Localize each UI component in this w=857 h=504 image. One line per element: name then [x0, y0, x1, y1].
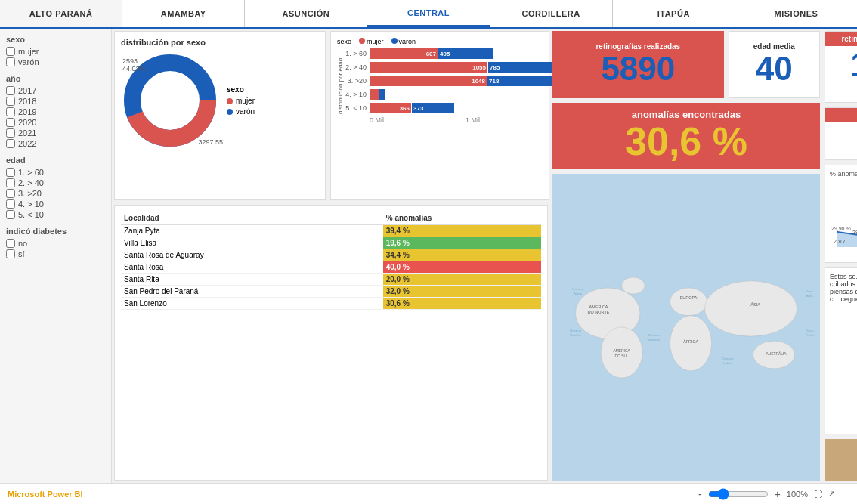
checkbox-2021[interactable]: [6, 128, 15, 138]
bar-row-4: 4. > 10: [344, 89, 576, 100]
checkbox-diabetes-si[interactable]: [6, 249, 15, 258]
svg-text:29,90 %: 29,90 %: [831, 226, 851, 231]
svg-text:Pacífi...: Pacífi...: [806, 333, 816, 337]
checkbox-diabetes-no[interactable]: [6, 239, 15, 248]
bar-mujer-1: 607: [370, 48, 438, 59]
anomalias-box: anomalías encontradas 30,6 %: [552, 103, 820, 169]
bar-rows: 1. > 60 607 495 2. > 40 1055 785: [344, 48, 576, 124]
bar-row-2: 2. > 40 1055 785: [344, 62, 576, 73]
tab-itapua[interactable]: ITAPÚA: [613, 0, 735, 27]
zoom-minus-btn[interactable]: -: [698, 488, 702, 500]
filter-item-2019[interactable]: 2019: [6, 107, 105, 116]
power-bi-link[interactable]: Microsoft Power BI: [8, 490, 83, 499]
zoom-plus-btn[interactable]: +: [775, 488, 781, 500]
filter-item-edad-10[interactable]: 4. > 10: [6, 199, 105, 209]
svg-text:AMÉRICA: AMÉRICA: [589, 305, 608, 310]
more-icon[interactable]: ⋯: [841, 489, 849, 499]
checkbox-edad-20[interactable]: [6, 189, 15, 198]
bar-mujer-2: 1055: [370, 62, 487, 73]
filter-item-edad-20[interactable]: 3. >20: [6, 189, 105, 198]
right-text-content: Estos so... anom... enco... cribados ser…: [830, 273, 857, 303]
mujer-color-dot: [227, 98, 233, 104]
pct-cell: 34,4 %: [383, 249, 541, 261]
localidad-cell: San Pedro del Paraná: [121, 286, 383, 298]
donut-container: 2593 44,02% 3297 55,... sexo: [121, 51, 319, 152]
filter-item-no[interactable]: no: [6, 239, 105, 248]
zoom-slider[interactable]: [708, 488, 769, 500]
checkbox-edad-60[interactable]: [6, 168, 15, 177]
checkbox-edad-40[interactable]: [6, 178, 15, 187]
filter-item-edad-lt10[interactable]: 5. < 10: [6, 210, 105, 219]
checkbox-2018[interactable]: [6, 97, 15, 106]
bar-varon-4: [379, 89, 385, 100]
filter-item-2018[interactable]: 2018: [6, 97, 105, 106]
trend-chart-panel: % anomalías 2017 2018 2019 2020 29,90 % …: [825, 165, 857, 263]
checkbox-2022[interactable]: [6, 139, 15, 148]
retinografias-value: 5890: [557, 51, 719, 87]
filter-group-edad: edad 1. > 60 2. > 40 3. >20 4. > 10 5. <…: [6, 156, 105, 219]
filter-item-2021[interactable]: 2021: [6, 128, 105, 138]
pct-cell: 40,0 %: [383, 261, 541, 274]
legend-bullet-varon: [391, 38, 398, 44]
checkbox-mujer[interactable]: [6, 47, 15, 56]
filter-title-diabetes: indicó diabetes: [6, 227, 105, 236]
filter-item-mujer[interactable]: mujer: [6, 47, 105, 56]
world-map-panel: AMÉRICA DO NORTE AMÉRICA DO SUL EUROPA Á…: [552, 174, 820, 481]
bar-y-label: distribución por edad: [337, 48, 344, 124]
stats-top-row: retinografías realizadas 5890 edad media…: [550, 29, 822, 100]
bar-axis: 0 Mil 1 Mil 2 Mil: [344, 116, 576, 124]
filter-item-2017[interactable]: 2017: [6, 86, 105, 95]
filter-item-2020[interactable]: 2020: [6, 118, 105, 127]
checkbox-2020[interactable]: [6, 118, 15, 127]
svg-point-9: [622, 277, 645, 294]
bar-chart-legend: sexo sexomujer varón: [337, 38, 543, 45]
checkbox-2017[interactable]: [6, 86, 15, 95]
donut-chart-title: distribución por sexo: [121, 38, 319, 47]
image-placeholder: [825, 439, 857, 481]
tab-cordillera[interactable]: CORDILLERA: [490, 0, 613, 27]
filter-item-edad-60[interactable]: 1. > 60: [6, 168, 105, 177]
filter-title-anio: año: [6, 74, 105, 83]
bar-row-5: 5. < 10 366 373: [344, 103, 576, 113]
retinopatia-box: retinopatía diabética 141: [825, 31, 857, 103]
svg-text:Oceano: Oceano: [572, 287, 584, 291]
checkbox-edad-lt10[interactable]: [6, 210, 15, 219]
anomalias-label: anomalías encontradas: [558, 109, 814, 120]
table-row: Santa Rosa de Aguaray 34,4 %: [121, 249, 541, 261]
deg-ma-label: deg. ma...: [825, 108, 857, 122]
table-row: Santa Rosa 40,0 %: [121, 261, 541, 274]
filter-item-edad-40[interactable]: 2. > 40: [6, 178, 105, 187]
localidad-cell: Santa Rosa de Aguaray: [121, 249, 383, 261]
bar-row-1: 1. > 60 607 495: [344, 48, 576, 59]
legend-mujer: mujer: [227, 97, 255, 105]
svg-text:DO NORTE: DO NORTE: [588, 310, 610, 314]
filter-item-2022[interactable]: 2022: [6, 139, 105, 148]
tab-amambay[interactable]: AMAMBAY: [122, 0, 245, 27]
deg-ma-box: deg. ma...: [825, 107, 857, 160]
edad-media-box: edad media 40: [729, 31, 820, 98]
anomalias-value: 30,6 %: [558, 120, 814, 163]
bar-chart-area: distribución por edad 1. > 60 607 495: [337, 48, 543, 124]
checkbox-varon[interactable]: [6, 57, 15, 66]
table-row: San Pedro del Paraná 32,0 %: [121, 286, 541, 298]
filter-group-sexo: sexo mujer varón: [6, 35, 105, 66]
fullscreen-icon[interactable]: ⛶: [814, 490, 822, 499]
trend-y-label: % anomalías: [830, 170, 857, 178]
table-row: Santa Rita 20,0 %: [121, 274, 541, 286]
table-row: Villa Elisa 19,6 %: [121, 237, 541, 249]
filter-item-varon[interactable]: varón: [6, 57, 105, 66]
world-map-svg: AMÉRICA DO NORTE AMÉRICA DO SUL EUROPA Á…: [552, 174, 820, 481]
tab-asuncion[interactable]: ASUNCIÓN: [245, 0, 367, 27]
svg-text:Oceano: Oceano: [722, 357, 734, 360]
checkbox-2019[interactable]: [6, 107, 15, 116]
filter-item-si[interactable]: sí: [6, 249, 105, 258]
tab-alto-parana[interactable]: ALTO PARANÁ: [0, 0, 122, 27]
tab-central[interactable]: CENTRAL: [367, 0, 490, 27]
checkbox-edad-10[interactable]: [6, 199, 15, 209]
share-icon[interactable]: ↗: [828, 489, 835, 499]
localidades-table-panel: Localidad % anomalías Zanja Pyta 39,4 % …: [114, 205, 548, 481]
svg-text:ÁSIA: ÁSIA: [750, 303, 760, 308]
table-row: Zanja Pyta 39,4 %: [121, 225, 541, 237]
svg-text:Ártic...: Ártic...: [806, 294, 815, 298]
tab-misiones[interactable]: MISIONES: [735, 0, 857, 27]
